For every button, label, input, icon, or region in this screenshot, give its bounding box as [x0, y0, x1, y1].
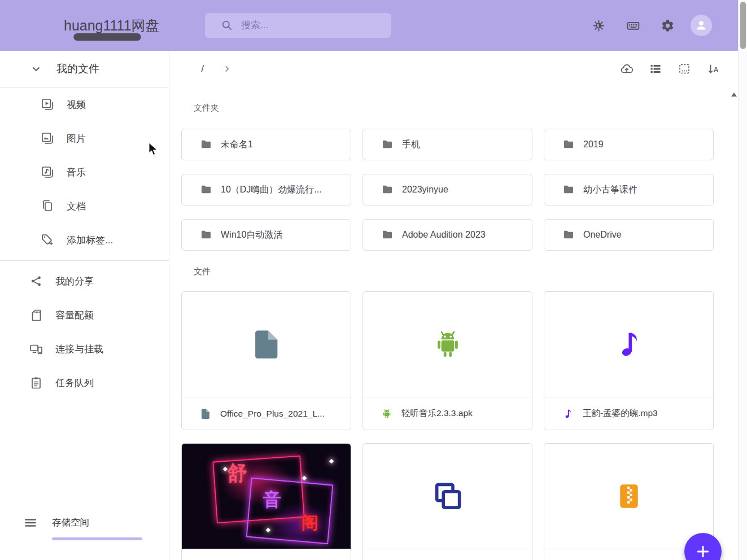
folder-card[interactable]: OneDrive — [544, 219, 714, 251]
sidebar-item-music[interactable]: 音乐 — [0, 155, 169, 189]
settings-button[interactable] — [656, 14, 679, 37]
file-card[interactable]: 轻听音乐2.3.3.apk — [362, 291, 532, 430]
folder-card[interactable]: 2019 — [544, 129, 714, 160]
file-footer — [182, 549, 351, 560]
folder-icon — [199, 228, 213, 242]
folder-icon — [562, 138, 575, 151]
pagination-button[interactable] — [673, 58, 696, 80]
breadcrumb: / — [170, 63, 233, 75]
app-title: huang1111网盘 — [64, 0, 160, 51]
sd-card-icon — [29, 308, 43, 322]
file-browser: / 文件夹 未命名1 手机 2019 10（DJ嗨曲）劲爆流行... 2023y… — [170, 51, 738, 560]
breadcrumb-root[interactable]: / — [201, 63, 204, 75]
sidebar-item-add-tag[interactable]: 添加标签... — [0, 223, 169, 257]
chevron-right-icon — [221, 63, 233, 75]
upload-button[interactable] — [615, 58, 638, 80]
file-footer: 轻听音乐2.3.3.apk — [363, 397, 532, 430]
gear-icon — [661, 19, 675, 33]
image-box-icon — [41, 132, 54, 145]
search-icon — [221, 19, 233, 32]
content-scrollbar[interactable] — [730, 87, 738, 560]
sidebar-item-label: 任务队列 — [55, 377, 94, 390]
search-bar[interactable] — [205, 13, 391, 38]
file-grid: Office_Pro_Plus_2021_L... 轻听音乐2.3.3.apk — [181, 291, 730, 560]
folder-card[interactable]: 10（DJ嗨曲）劲爆流行... — [181, 174, 351, 205]
my-files-label: 我的文件 — [56, 62, 99, 76]
folder-card[interactable]: 未命名1 — [181, 129, 351, 160]
sidebar-my-files[interactable]: 我的文件 — [0, 51, 169, 88]
storage-progress-fill — [52, 537, 142, 540]
android-icon — [430, 327, 465, 362]
header-actions — [587, 0, 712, 51]
folder-name: Adobe Audition 2023 — [402, 230, 491, 240]
scroll-up-arrow-icon[interactable] — [731, 93, 737, 97]
list-view-button[interactable] — [644, 58, 667, 80]
search-input[interactable] — [240, 19, 385, 32]
document-file-icon — [199, 408, 212, 420]
file-name: 轻听音乐2.3.3.apk — [401, 408, 478, 419]
toolbar-actions — [615, 58, 738, 80]
music-box-icon — [41, 165, 54, 179]
file-card[interactable]: Office_Pro_Plus_2021_L... — [181, 291, 351, 430]
keyboard-shortcuts-button[interactable] — [622, 14, 644, 37]
divider — [0, 260, 169, 261]
window-scrollbar-thumb[interactable] — [740, 2, 746, 49]
tag-plus-icon — [41, 233, 54, 247]
file-card[interactable]: 舒 音 阁 — [181, 443, 351, 560]
folder-name: 2023yinyue — [402, 185, 454, 195]
sparkle — [329, 459, 334, 463]
folder-card[interactable]: 手机 — [362, 129, 532, 160]
document-copy-icon — [41, 199, 54, 213]
keyboard-icon — [626, 19, 640, 33]
sidebar-item-label: 容量配额 — [55, 309, 94, 322]
sidebar-item-label: 连接与挂载 — [55, 343, 103, 356]
folder-grid: 未命名1 手机 2019 10（DJ嗨曲）劲爆流行... 2023yinyue … — [181, 129, 730, 251]
list-view-icon — [649, 62, 662, 76]
avatar[interactable] — [691, 15, 712, 36]
sidebar-item-quota[interactable]: 容量配额 — [0, 298, 169, 332]
sidebar-item-label: 视频 — [67, 98, 86, 111]
storage-section: 存储空间 — [0, 508, 169, 560]
file-list: 文件夹 未命名1 手机 2019 10（DJ嗨曲）劲爆流行... 2023yin… — [170, 87, 730, 560]
file-card[interactable]: 王韵-孟婆的碗.mp3 — [544, 291, 714, 430]
menu-button[interactable] — [23, 16, 45, 35]
neon-frame — [246, 478, 334, 544]
storage-progress-bar — [52, 537, 142, 540]
video-thumbnail: 舒 音 阁 — [182, 444, 351, 549]
folder-card[interactable]: 2023yinyue — [362, 174, 532, 205]
clipboard-icon — [29, 376, 43, 390]
thumbnail-text: 舒 — [227, 460, 247, 487]
sidebar-item-videos[interactable]: 视频 — [0, 88, 169, 121]
sidebar-item-documents[interactable]: 文档 — [0, 189, 169, 223]
sidebar-item-label: 添加标签... — [67, 234, 113, 247]
file-card[interactable] — [362, 443, 532, 560]
sidebar-item-my-shares[interactable]: 我的分享 — [0, 264, 169, 298]
folder-name: 手机 — [402, 139, 426, 151]
sidebar-item-task-queue[interactable]: 任务队列 — [0, 366, 169, 400]
file-name: Office_Pro_Plus_2021_L... — [220, 409, 330, 419]
theme-toggle-button[interactable] — [587, 14, 610, 37]
toolbar: / — [170, 51, 738, 87]
folder-card[interactable]: Win10自动激活 — [181, 219, 351, 251]
folder-name: 2019 — [583, 139, 609, 150]
sidebar-item-images[interactable]: 图片 — [0, 121, 169, 155]
sort-button[interactable] — [702, 58, 724, 80]
sidebar-item-label: 我的分享 — [55, 275, 94, 288]
file-name: 王韵-孟婆的碗.mp3 — [583, 408, 663, 419]
chevron-down-icon[interactable] — [29, 62, 43, 76]
folder-icon — [199, 138, 213, 151]
devices-icon — [29, 342, 43, 356]
folder-card[interactable]: 幼小古筝课件 — [544, 174, 714, 205]
sidebar-item-label: 音乐 — [67, 166, 86, 179]
pagination-icon — [678, 62, 691, 76]
folder-icon — [562, 183, 575, 196]
file-preview — [182, 292, 351, 397]
file-footer: Office_Pro_Plus_2021_L... — [182, 397, 351, 430]
folder-name: Win10自动激活 — [221, 229, 288, 241]
sort-alpha-icon — [706, 62, 720, 76]
folder-card[interactable]: Adobe Audition 2023 — [362, 219, 532, 251]
window-scrollbar[interactable] — [738, 0, 747, 560]
app-header: huang1111网盘 — [0, 0, 738, 51]
folder-name: 10（DJ嗨曲）劲爆流行... — [221, 184, 327, 196]
sidebar-item-connections[interactable]: 连接与挂载 — [0, 332, 169, 366]
